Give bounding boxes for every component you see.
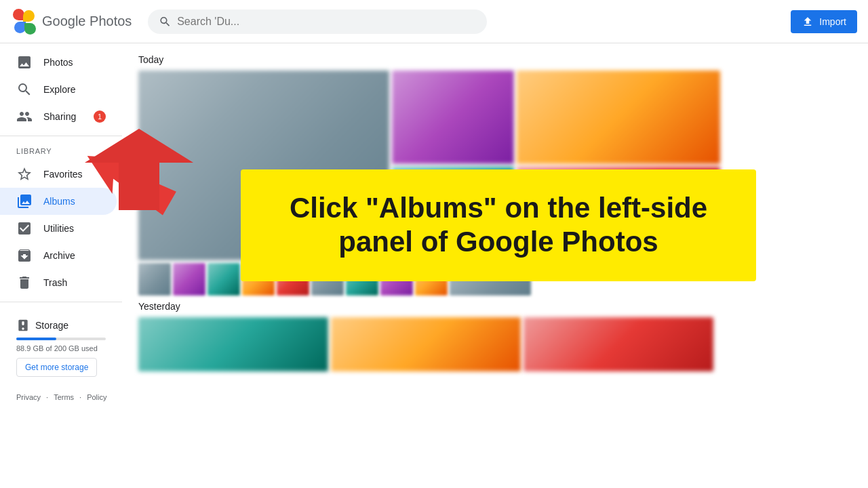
photos-icon <box>16 54 33 70</box>
import-button[interactable]: Import <box>791 10 857 33</box>
search-icon <box>159 15 172 28</box>
logo-icon <box>11 8 38 35</box>
explore-label: Explore <box>43 84 75 95</box>
sidebar: Photos Explore Sharing 1 LIBRARY Favorit… <box>0 43 122 488</box>
photo-item[interactable] <box>331 317 521 371</box>
photos-label: Photos <box>43 57 73 68</box>
sidebar-item-trash[interactable]: Trash <box>0 269 117 296</box>
header-right: Import <box>791 10 857 33</box>
sidebar-item-explore[interactable]: Explore <box>0 76 117 103</box>
annotation-overlay: Click "Albums" on the left-side panel of… <box>241 169 756 281</box>
yesterday-photos <box>138 317 852 371</box>
sidebar-divider-2 <box>0 302 122 302</box>
thumb-item[interactable] <box>138 263 171 296</box>
storage-fill <box>16 338 56 340</box>
annotation-text: Click "Albums" on the left-side panel of… <box>268 191 729 260</box>
get-storage-button[interactable]: Get more storage <box>16 358 97 377</box>
logo: Google Photos <box>11 8 132 35</box>
svg-marker-2 <box>85 129 193 210</box>
storage-icon <box>16 319 30 332</box>
today-label: Today <box>138 54 852 65</box>
yesterday-section: Yesterday <box>138 301 852 371</box>
logo-text: Google Photos <box>42 14 132 29</box>
photo-item[interactable] <box>138 317 328 371</box>
sharing-label: Sharing <box>43 111 76 122</box>
search-bar[interactable] <box>148 9 487 34</box>
policy-link[interactable]: Policy <box>87 393 106 401</box>
albums-icon <box>16 193 33 209</box>
sharing-icon <box>16 108 33 125</box>
search-input[interactable] <box>177 16 476 28</box>
dot-separator-2: · <box>79 393 81 401</box>
archive-label: Archive <box>43 250 75 261</box>
trash-icon <box>16 274 33 291</box>
photo-item[interactable] <box>517 70 720 164</box>
yesterday-label: Yesterday <box>138 301 852 312</box>
app-header: Google Photos Import <box>0 0 868 43</box>
red-arrow-container <box>71 129 193 213</box>
favorites-icon <box>16 166 33 182</box>
import-label: Import <box>819 16 846 27</box>
utilities-label: Utilities <box>43 223 74 234</box>
albums-label: Albums <box>43 196 75 207</box>
explore-icon <box>16 81 33 98</box>
utilities-icon <box>16 220 33 237</box>
terms-link[interactable]: Terms <box>54 393 74 401</box>
storage-section: Storage 88.9 GB of 200 GB used Get more … <box>0 308 122 388</box>
privacy-link[interactable]: Privacy <box>16 393 41 401</box>
trash-label: Trash <box>43 277 67 288</box>
sidebar-item-photos[interactable]: Photos <box>0 49 117 76</box>
storage-used-text: 88.9 GB of 200 GB used <box>16 344 106 352</box>
thumb-item[interactable] <box>173 263 205 296</box>
storage-bar <box>16 338 106 340</box>
upload-icon <box>802 16 814 28</box>
archive-icon <box>16 247 33 264</box>
sidebar-item-sharing[interactable]: Sharing 1 <box>0 103 117 130</box>
photo-item[interactable] <box>524 317 713 371</box>
arrow-svg <box>71 129 193 210</box>
photo-item[interactable] <box>392 70 514 164</box>
thumb-item[interactable] <box>208 263 240 296</box>
dot-separator-1: · <box>46 393 48 401</box>
sharing-badge: 1 <box>94 110 106 123</box>
footer-links: Privacy · Terms · Policy <box>0 388 122 407</box>
storage-label: Storage <box>35 320 68 331</box>
